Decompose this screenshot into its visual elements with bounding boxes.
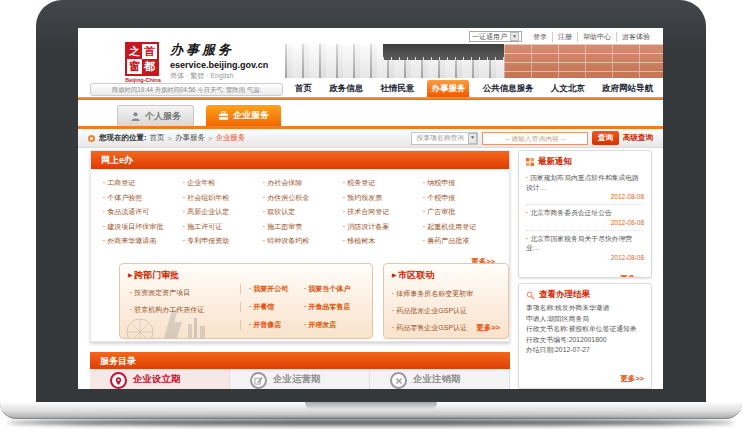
- notice-text[interactable]: 北京市商务委员会迁址公告: [526, 208, 644, 218]
- service-catalog-phases: 企业设立期 企业运营期: [90, 369, 510, 389]
- nav-item[interactable]: 首页: [291, 80, 316, 97]
- trackpad-notch: [305, 402, 437, 410]
- site-logo[interactable]: 之 首 窗 都 Beijing-China: [125, 42, 161, 83]
- nav-item[interactable]: 政务信息: [325, 80, 367, 97]
- service-link[interactable]: 兽药产品批准: [423, 236, 503, 246]
- service-link[interactable]: 办住房公积金: [263, 193, 343, 203]
- service-link[interactable]: 预约领发票: [343, 193, 423, 203]
- service-link[interactable]: 社会组织年检: [183, 193, 263, 203]
- quick-service-link[interactable]: 开餐馆: [240, 302, 304, 312]
- service-link[interactable]: 施工许可证: [183, 222, 263, 232]
- panel-link[interactable]: 律师事务所名称变更初审: [392, 289, 500, 299]
- chevron-down-icon[interactable]: ▼: [468, 133, 477, 144]
- nav-item[interactable]: 办事服务: [427, 80, 469, 97]
- breadcrumb-separator: >: [168, 134, 172, 143]
- service-link[interactable]: 办社会保险: [263, 178, 343, 188]
- phase-operation[interactable]: 企业运营期: [230, 369, 370, 389]
- quick-service-link[interactable]: 我要当个体户: [304, 284, 368, 294]
- magnifier-icon: [526, 291, 535, 300]
- result-line: 行政文书编号:2012001800: [526, 335, 644, 346]
- phase-cancel[interactable]: 企业注销期: [370, 369, 510, 389]
- search-category-label: 按事项名称查询: [416, 133, 464, 143]
- panel-link[interactable]: 驻京机构办工作居住证: [130, 305, 240, 315]
- banner-photo: [285, 44, 663, 78]
- quick-service-link[interactable]: 开音像店: [240, 320, 304, 330]
- weather-bar: 降旗时间19:44 升旗时间04:56 今日天气: 雷阵雨 气温:: [90, 83, 283, 96]
- tab-personal-services[interactable]: 个人服务: [117, 105, 194, 126]
- breadcrumb-bar: 您现在的位置: 首页 > 办事服务 > 企业服务 按事项名称查询 ▼ 查询 高级…: [78, 129, 663, 148]
- service-link[interactable]: 特种设备约检: [263, 236, 343, 246]
- result-line: 申请人:朝阳区商务局: [526, 314, 644, 325]
- login-link[interactable]: 登录: [528, 32, 552, 42]
- tab-label: 企业服务: [233, 109, 269, 122]
- results-lines: 事项名称:核发外商来华邀请申请人:朝阳区商务局行政文书名称:被授权单位签证通知表…: [526, 303, 644, 356]
- service-link[interactable]: 纳税申报: [423, 178, 503, 188]
- login-links: 登录注册帮助中心游客体验: [528, 32, 655, 42]
- city-link-panel: 市区联动 律师事务所名称变更初审药品批发企业GSP认证药品零售企业GSP认证 更…: [383, 263, 509, 339]
- service-link[interactable]: 技术合同登记: [343, 207, 423, 217]
- service-catalog-header: 服务目录: [90, 352, 510, 370]
- service-link[interactable]: 双软认定: [263, 207, 343, 217]
- login-link[interactable]: 注册: [552, 32, 577, 42]
- laptop-lid: 一证通用户 ▼ 登录注册帮助中心游客体验 之 首 窗 都 Beijin: [36, 0, 706, 404]
- pin-icon: [110, 372, 127, 389]
- pencil-icon: [250, 372, 267, 389]
- cross-dept-quick-links: 我要开公司我要当个体户开餐馆开食品零售店开音像店开理发店: [240, 284, 368, 330]
- service-link[interactable]: 消防设计备案: [343, 222, 423, 232]
- tab-enterprise-services[interactable]: 企业服务: [206, 105, 281, 126]
- notice-text[interactable]: 国家规划布局内重点软件和集成电路设计…: [526, 173, 644, 192]
- panel-link[interactable]: 投资固定资产项目: [130, 288, 240, 298]
- notices-header: 最新通知: [526, 156, 644, 168]
- list-icon: [526, 158, 534, 166]
- notice-item[interactable]: 国家规划布局内重点软件和集成电路设计… 2012-08-08: [526, 170, 644, 205]
- more-link[interactable]: 更多>>: [476, 323, 500, 333]
- seal-char: 之: [127, 44, 142, 59]
- login-type-dropdown[interactable]: 一证通用户 ▼: [469, 31, 522, 42]
- service-link[interactable]: 建设项目环保审批: [103, 222, 183, 232]
- service-link[interactable]: 税务登记: [343, 178, 423, 188]
- notice-text[interactable]: 北京市国家税务局关于尽快办理营业…: [526, 234, 644, 253]
- service-link[interactable]: 外商来华邀请函: [103, 236, 183, 246]
- service-link[interactable]: 企业年检: [183, 178, 263, 188]
- city-link-title: 市区联动: [392, 269, 500, 282]
- seal-char: 首: [142, 44, 157, 59]
- search-category-dropdown[interactable]: 按事项名称查询 ▼: [411, 132, 478, 145]
- service-link[interactable]: 个税申报: [423, 193, 503, 203]
- service-link[interactable]: 工商登记: [103, 178, 183, 188]
- breadcrumb-services[interactable]: 办事服务: [175, 133, 205, 143]
- service-link[interactable]: 高新企业认定: [183, 207, 263, 217]
- notice-item[interactable]: 北京市商务委员会迁址公告 2012-08-08: [526, 205, 644, 231]
- notice-item[interactable]: 北京市国家税务局关于尽快办理营业… 2012-08-08: [526, 231, 644, 265]
- service-link[interactable]: 专利申报资助: [183, 236, 263, 246]
- chevron-down-icon[interactable]: ▼: [510, 32, 519, 41]
- advanced-search-link[interactable]: 高级查询: [623, 133, 653, 143]
- quick-service-link[interactable]: 我要开公司: [240, 284, 304, 294]
- notices-more-row: 更多>>: [526, 267, 644, 279]
- panel-link[interactable]: 药品批发企业GSP认证: [392, 306, 500, 316]
- services-grid: 工商登记企业年检办社会保险税务登记纳税申报个体户验照社会组织年检办住房公积金预约…: [91, 169, 509, 246]
- results-panel: 查看办理结果 事项名称:核发外商来华邀请申请人:朝阳区商务局行政文书名称:被授权…: [518, 283, 652, 389]
- login-link[interactable]: 游客体验: [616, 32, 655, 42]
- nav-item[interactable]: 公共信息服务: [479, 80, 538, 97]
- service-link[interactable]: 移植树木: [343, 236, 423, 246]
- lang-switcher[interactable]: 简体 · 繁體 · English: [170, 71, 285, 81]
- service-tabs: 个人服务 企业服务: [78, 100, 663, 129]
- service-link[interactable]: 广告审批: [423, 207, 503, 217]
- service-link[interactable]: 食品流通许可: [103, 207, 183, 217]
- service-link[interactable]: 个体户验照: [103, 193, 183, 203]
- login-link[interactable]: 帮助中心: [577, 32, 616, 42]
- service-link[interactable]: 起重机使用登记: [423, 222, 503, 232]
- search-button[interactable]: 查询: [592, 131, 619, 145]
- search-input[interactable]: [482, 132, 588, 145]
- breadcrumb-home[interactable]: 首页: [150, 133, 165, 143]
- service-link[interactable]: 施工图审查: [263, 222, 343, 232]
- nav-item[interactable]: 政府网站导航: [598, 80, 657, 97]
- cross-icon: [390, 372, 407, 389]
- quick-service-link[interactable]: 开食品零售店: [304, 302, 368, 312]
- nav-item[interactable]: 人文北京: [547, 80, 589, 97]
- quick-service-link[interactable]: 开理发店: [304, 320, 368, 330]
- phase-setup[interactable]: 企业设立期: [90, 369, 230, 389]
- nav-item[interactable]: 社情民意: [376, 80, 418, 97]
- more-link[interactable]: 更多>>: [620, 374, 644, 384]
- more-link[interactable]: 更多>>: [620, 274, 644, 279]
